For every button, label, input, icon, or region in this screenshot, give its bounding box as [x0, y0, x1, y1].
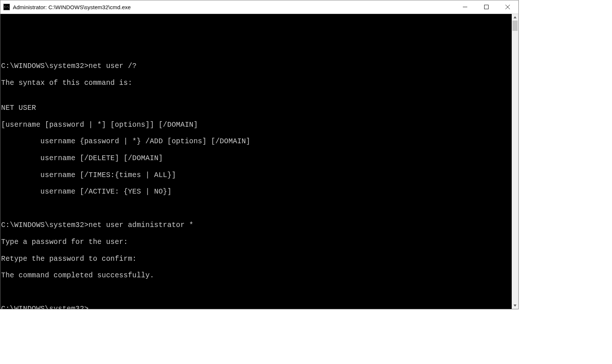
maximize-button[interactable] [476, 0, 497, 14]
client-area: C:\WINDOWS\system32>net user /? The synt… [0, 14, 518, 309]
window-title: Administrator: C:\WINDOWS\system32\cmd.e… [13, 4, 131, 10]
terminal-content: C:\WINDOWS\system32>net user /? The synt… [0, 31, 512, 309]
terminal-line: Retype the password to confirm: [1, 255, 512, 263]
chevron-down-icon [513, 304, 517, 307]
scroll-down-button[interactable] [512, 302, 518, 309]
terminal-prompt: C:\WINDOWS\system32> [1, 305, 89, 309]
close-button[interactable] [497, 0, 518, 14]
terminal-line: Type a password for the user: [1, 238, 512, 246]
terminal[interactable]: C:\WINDOWS\system32>net user /? The synt… [0, 14, 512, 309]
cmd-window: Administrator: C:\WINDOWS\system32\cmd.e… [0, 0, 519, 309]
terminal-prompt-line: C:\WINDOWS\system32> [1, 305, 512, 309]
maximize-icon [484, 4, 489, 10]
svg-rect-1 [485, 5, 489, 9]
chevron-up-icon [513, 15, 517, 19]
terminal-line: The syntax of this command is: [1, 79, 512, 87]
terminal-line: username [/TIMES:{times | ALL}] [1, 171, 512, 180]
terminal-line: [username [password | *] [options]] [/DO… [1, 121, 512, 129]
terminal-line: C:\WINDOWS\system32>net user administrat… [1, 221, 512, 230]
terminal-line: C:\WINDOWS\system32>net user /? [1, 62, 512, 71]
terminal-line: The command completed successfully. [1, 271, 512, 280]
cmd-icon [3, 4, 10, 10]
terminal-line: username {password | *} /ADD [options] [… [1, 137, 512, 146]
close-icon [505, 4, 510, 10]
svg-marker-5 [514, 304, 516, 307]
scroll-track[interactable] [512, 21, 518, 302]
minimize-button[interactable] [454, 0, 476, 14]
terminal-line: NET USER [1, 104, 512, 112]
vertical-scrollbar[interactable] [512, 14, 518, 309]
scroll-up-button[interactable] [512, 14, 518, 21]
svg-marker-4 [514, 16, 516, 18]
terminal-line: username [/ACTIVE: {YES | NO}] [1, 188, 512, 196]
minimize-icon [462, 4, 468, 10]
terminal-line: username [/DELETE] [/DOMAIN] [1, 154, 512, 163]
scroll-thumb[interactable] [512, 21, 518, 31]
titlebar[interactable]: Administrator: C:\WINDOWS\system32\cmd.e… [0, 0, 518, 14]
